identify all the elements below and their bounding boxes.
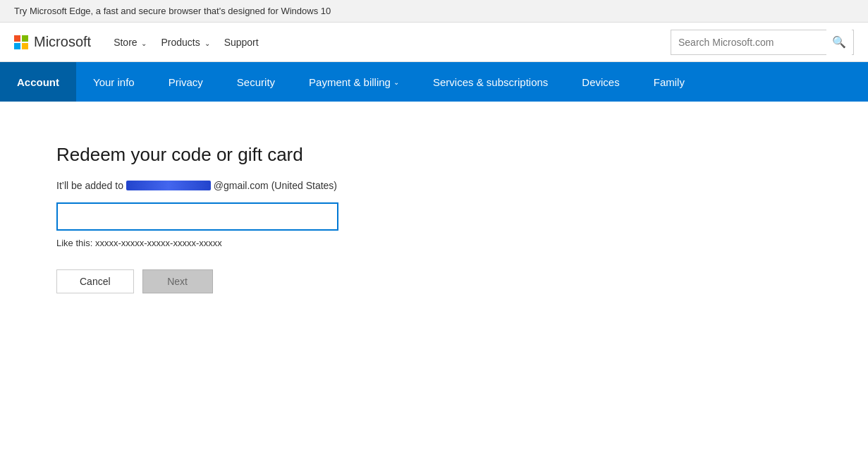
search-button[interactable]: 🔍 <box>826 30 852 55</box>
nav-account[interactable]: Account <box>0 62 76 102</box>
nav-privacy[interactable]: Privacy <box>152 62 220 102</box>
nav-security[interactable]: Security <box>220 62 292 102</box>
banner-text: Try Microsoft Edge, a fast and secure br… <box>14 6 331 16</box>
microsoft-logo[interactable]: Microsoft <box>14 34 91 50</box>
microsoft-brand-name: Microsoft <box>34 34 91 50</box>
cancel-button[interactable]: Cancel <box>56 269 134 293</box>
nav-products[interactable]: Products ⌄ <box>155 34 215 51</box>
chevron-down-icon: ⌄ <box>393 78 399 86</box>
header-nav: Store ⌄ Products ⌄ Support <box>108 34 264 51</box>
account-nav: Account Your info Privacy Security Payme… <box>0 62 868 102</box>
search-box: 🔍 <box>671 30 854 55</box>
subtitle-prefix: It’ll be added to <box>56 180 126 191</box>
search-icon: 🔍 <box>832 35 846 49</box>
code-input[interactable] <box>56 202 338 231</box>
header-left: Microsoft Store ⌄ Products ⌄ Support <box>14 34 264 51</box>
nav-devices[interactable]: Devices <box>565 62 636 102</box>
subtitle-suffix: @gmail.com (United States) <box>214 180 337 191</box>
code-hint: Like this: xxxxx-xxxxx-xxxxx-xxxxx-xxxxx <box>56 238 812 248</box>
next-button[interactable]: Next <box>142 269 213 293</box>
nav-services-subscriptions[interactable]: Services & subscriptions <box>416 62 565 102</box>
subtitle: It’ll be added to @gmail.com (United Sta… <box>56 180 812 191</box>
main-content: Redeem your code or gift card It’ll be a… <box>0 102 868 336</box>
top-banner: Try Microsoft Edge, a fast and secure br… <box>0 0 868 23</box>
nav-family[interactable]: Family <box>637 62 702 102</box>
microsoft-logo-grid <box>14 35 28 49</box>
nav-payment-billing[interactable]: Payment & billing ⌄ <box>292 62 416 102</box>
search-input[interactable] <box>671 30 826 54</box>
button-row: Cancel Next <box>56 269 812 293</box>
page-title: Redeem your code or gift card <box>56 144 812 166</box>
header: Microsoft Store ⌄ Products ⌄ Support 🔍 <box>0 23 868 62</box>
chevron-down-icon: ⌄ <box>141 39 147 47</box>
redacted-email <box>126 181 211 190</box>
nav-store[interactable]: Store ⌄ <box>108 34 152 51</box>
nav-support[interactable]: Support <box>219 34 264 51</box>
chevron-down-icon: ⌄ <box>204 39 210 47</box>
nav-your-info[interactable]: Your info <box>76 62 152 102</box>
